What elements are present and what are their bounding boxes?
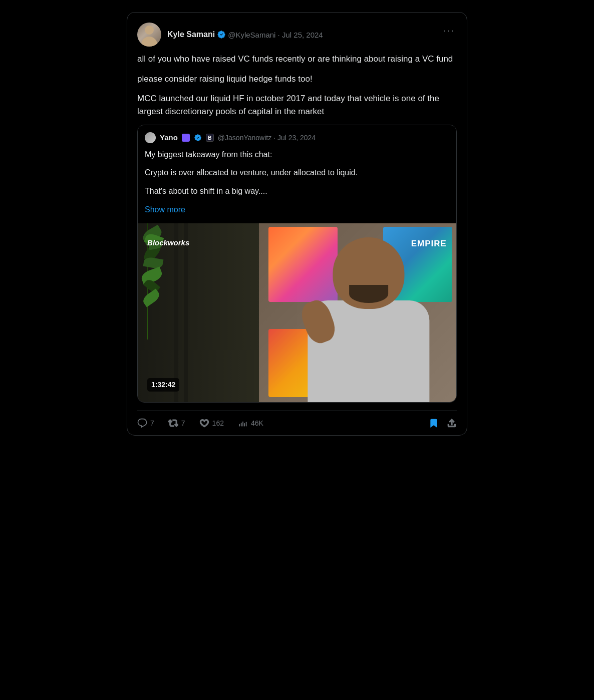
like-icon	[199, 418, 209, 428]
blockworks-badge: B	[206, 134, 214, 142]
tweet-paragraph-2: please consider raising liquid hedge fun…	[137, 73, 457, 86]
action-group-right	[429, 418, 457, 428]
video-duration: 1:32:42	[147, 378, 179, 392]
svg-rect-0	[239, 424, 240, 427]
quoted-tweet[interactable]: Yano B @JasonYanowitz · Jul 23, 2024	[137, 125, 457, 403]
action-group-left: 7 7 162	[137, 418, 263, 428]
wall-shelf	[138, 223, 259, 403]
blue-verified-badge	[194, 134, 202, 142]
display-name[interactable]: Kyle Samani	[167, 30, 215, 39]
shelf-bar-2	[184, 223, 188, 403]
avatar[interactable]	[137, 23, 161, 47]
quoted-tweet-content: Yano B @JasonYanowitz · Jul 23, 2024	[138, 125, 456, 223]
more-options-button[interactable]: ···	[441, 23, 457, 38]
quoted-username-date: @JasonYanowitz · Jul 23, 2024	[218, 133, 316, 143]
retweet-icon	[168, 418, 178, 428]
username-date: @KyleSamani · Jul 25, 2024	[228, 31, 323, 39]
reply-count: 7	[150, 419, 154, 427]
quoted-tweet-body: My biggest takeaway from this chat: Cryp…	[145, 149, 449, 216]
quoted-display-name: Yano	[160, 132, 178, 144]
action-bar: 7 7 162	[137, 411, 457, 435]
svg-rect-1	[241, 423, 242, 427]
tweet-body: all of you who have raised VC funds rece…	[137, 53, 457, 403]
person-beard	[349, 285, 389, 303]
leaf	[143, 256, 163, 269]
quoted-avatar	[145, 132, 156, 143]
tweet-paragraph-1: all of you who have raised VC funds rece…	[137, 53, 457, 66]
views-button[interactable]: 46K	[238, 418, 263, 428]
bookmark-icon	[429, 418, 439, 428]
user-name-row: Kyle Samani @KyleSamani · Jul 25, 2024	[167, 30, 323, 39]
quoted-line-2: Crypto is over allocated to venture, und…	[145, 167, 449, 179]
video-thumbnail[interactable]: Blockworks EMPIRE 1:32:42	[138, 223, 456, 403]
user-info: Kyle Samani @KyleSamani · Jul 25, 2024	[167, 30, 323, 39]
svg-rect-2	[242, 422, 243, 427]
tweet-card: Kyle Samani @KyleSamani · Jul 25, 2024 ·…	[127, 12, 467, 436]
views-count: 46K	[251, 419, 263, 427]
bookmark-button[interactable]	[429, 418, 439, 428]
svg-rect-4	[246, 422, 247, 427]
like-button[interactable]: 162	[199, 418, 224, 428]
tweet-header-left: Kyle Samani @KyleSamani · Jul 25, 2024	[137, 23, 323, 47]
empire-watermark: EMPIRE	[411, 237, 447, 250]
retweet-count: 7	[181, 419, 185, 427]
share-button[interactable]	[447, 418, 457, 428]
person-in-video	[297, 232, 440, 403]
svg-rect-3	[244, 423, 245, 427]
views-icon	[238, 418, 248, 428]
quoted-line-3: That's about to shift in a big way....	[145, 185, 449, 198]
quoted-line-1: My biggest takeaway from this chat:	[145, 149, 449, 161]
quoted-tweet-header: Yano B @JasonYanowitz · Jul 23, 2024	[145, 132, 449, 144]
leaf	[141, 289, 162, 307]
tweet-header: Kyle Samani @KyleSamani · Jul 25, 2024 ·…	[137, 23, 457, 47]
reply-button[interactable]: 7	[137, 418, 154, 428]
reply-icon	[137, 418, 147, 428]
verified-icon	[217, 30, 226, 39]
video-scene: Blockworks EMPIRE 1:32:42	[138, 223, 456, 403]
tweet-paragraph-3: MCC launched our liquid HF in october 20…	[137, 92, 457, 118]
purple-badge	[182, 134, 190, 142]
like-count: 162	[212, 419, 224, 427]
retweet-button[interactable]: 7	[168, 418, 185, 428]
blockworks-watermark: Blockworks	[147, 237, 189, 249]
show-more-link[interactable]: Show more	[145, 205, 185, 214]
share-icon	[447, 418, 457, 428]
person-head	[333, 237, 405, 309]
